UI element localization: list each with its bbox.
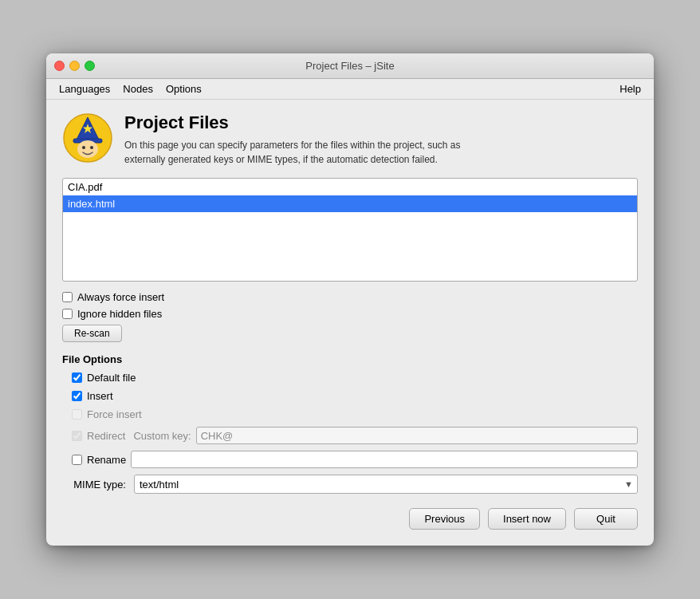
header-text: Project Files On this page you can speci… xyxy=(124,112,461,167)
rescan-button[interactable]: Re-scan xyxy=(62,325,122,342)
button-row: Previous Insert now Quit xyxy=(62,508,638,530)
svg-point-5 xyxy=(90,146,93,149)
default-file-checkbox[interactable] xyxy=(72,372,82,383)
ignore-hidden-files-row: Ignore hidden files xyxy=(62,308,638,320)
ignore-hidden-files-label: Ignore hidden files xyxy=(77,308,162,320)
page-title: Project Files xyxy=(124,112,461,133)
file-list[interactable]: CIA.pdf index.html xyxy=(62,178,638,282)
rename-checkbox[interactable] xyxy=(72,455,82,465)
insert-label: Insert xyxy=(87,390,113,402)
svg-point-3 xyxy=(77,140,98,158)
menu-nodes[interactable]: Nodes xyxy=(116,81,159,97)
force-insert-row: Force insert xyxy=(62,408,638,420)
ignore-hidden-files-checkbox[interactable] xyxy=(62,309,73,319)
insert-now-button[interactable]: Insert now xyxy=(488,508,566,530)
close-button[interactable] xyxy=(54,61,65,71)
rename-input[interactable] xyxy=(131,451,638,468)
always-force-insert-checkbox[interactable] xyxy=(62,292,73,302)
file-options-label: File Options xyxy=(62,353,638,365)
mime-type-label: MIME type: xyxy=(62,479,126,491)
header-section: Project Files On this page you can speci… xyxy=(62,112,638,167)
menu-options[interactable]: Options xyxy=(159,81,208,97)
mime-type-row: MIME type: text/html text/plain applicat… xyxy=(62,475,638,494)
default-file-row: Default file xyxy=(62,372,638,384)
minimize-button[interactable] xyxy=(69,61,80,71)
insert-checkbox[interactable] xyxy=(72,391,82,401)
main-window: Project Files – jSite Languages Nodes Op… xyxy=(46,53,654,546)
previous-button[interactable]: Previous xyxy=(409,508,480,530)
titlebar: Project Files – jSite xyxy=(46,53,654,79)
force-insert-checkbox[interactable] xyxy=(72,409,82,420)
menu-languages[interactable]: Languages xyxy=(53,81,116,97)
svg-point-4 xyxy=(82,146,85,149)
menubar: Languages Nodes Options Help xyxy=(46,79,654,100)
insert-row: Insert xyxy=(62,390,638,402)
menu-help[interactable]: Help xyxy=(613,81,647,97)
maximize-button[interactable] xyxy=(85,61,95,71)
rename-label: Rename xyxy=(87,454,126,466)
list-item[interactable]: index.html xyxy=(63,195,637,212)
custom-key-label: Custom key: xyxy=(133,430,191,442)
wizard-icon xyxy=(62,112,113,164)
traffic-lights xyxy=(54,61,95,71)
content-area: Project Files On this page you can speci… xyxy=(46,100,654,546)
page-description: On this page you can specify parameters … xyxy=(124,138,461,167)
default-file-label: Default file xyxy=(87,372,136,384)
mime-type-select[interactable]: text/html text/plain application/pdf ima… xyxy=(134,475,638,494)
redirect-checkbox[interactable] xyxy=(72,431,82,441)
custom-key-input[interactable] xyxy=(196,427,638,444)
force-insert-label: Force insert xyxy=(87,408,142,420)
always-force-insert-label: Always force insert xyxy=(77,291,164,303)
redirect-row: Redirect Custom key: xyxy=(62,427,638,444)
window-title: Project Files – jSite xyxy=(305,60,394,72)
rename-row: Rename xyxy=(62,451,638,468)
redirect-label: Redirect xyxy=(87,430,125,442)
quit-button[interactable]: Quit xyxy=(574,508,638,530)
always-force-insert-row: Always force insert xyxy=(62,291,638,303)
mime-select-wrapper: text/html text/plain application/pdf ima… xyxy=(134,475,638,494)
list-item[interactable]: CIA.pdf xyxy=(63,179,637,195)
